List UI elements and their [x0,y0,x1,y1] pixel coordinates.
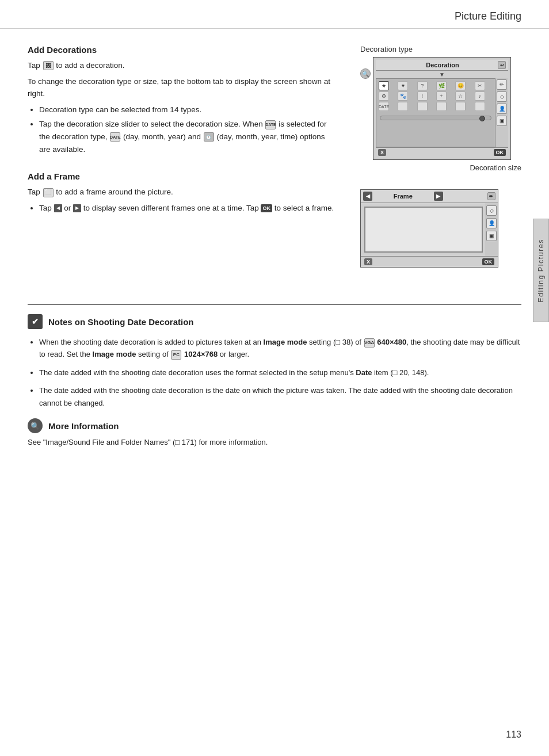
deco-date: DATE [379,102,389,111]
deco-leaf: 🌿 [436,81,447,90]
notes-header: ✔ Notes on Shooting Date Decoration [28,314,521,329]
right-column: Decoration type 🔍 Decoration ↩ [360,45,521,281]
frame-sidebar-icon-3: ▣ [486,231,497,241]
add-decorations-body2: To change the decoration type or size, t… [28,75,337,100]
add-frame-bullets: Tap ◀ or ▶ to display seven different fr… [39,202,337,215]
frame-top-bar: ◀ Frame ▶ ✏ [361,190,498,203]
bullet-2: Tap the decoration size slider to select… [39,118,337,155]
bullet-1: Decoration type can be selected from 14 … [39,104,337,116]
sidebar-icon-3: 👤 [497,104,507,114]
deco-gear: ⚙ [379,91,389,101]
notes-list: When the shooting date decoration is add… [39,336,521,409]
decoration-grid-area: ★ ♥ ? 🌿 😊 ✂ ⚙ 🐾 ! + [376,78,495,147]
frame-x-btn: X [364,258,372,265]
sidebar-icon-1: ✏ [497,79,507,90]
deco-empty [398,102,408,111]
more-info-icon: 🔍 [28,418,43,433]
frame-title: Frame [394,193,413,200]
deco-exclaim: ! [417,91,428,101]
frame-preview [364,207,483,253]
add-frame-body: Tap ⬜ to add a frame around the picture. [28,186,337,198]
page-number: 113 [506,730,521,740]
deco-face: 😊 [455,81,466,90]
decoration-bottom-bar: X OK [376,147,508,157]
decoration-slider [380,116,491,120]
ok-btn: OK [261,204,272,212]
frame-right-arrow: ▶ [434,192,443,201]
pc-icon: PC [171,350,181,360]
deco-empty3 [436,102,447,111]
vga-icon: VGA [364,338,375,348]
frame-bottom-bar: X OK [361,256,498,267]
decoration-size-label: Decoration size [360,163,521,172]
add-frame-section: Add a Frame Tap ⬜ to add a frame around … [28,171,337,214]
decoration-diagram: Decoration type 🔍 Decoration ↩ [360,45,521,172]
date-icon2: DATE [110,132,120,142]
frame-diagram: ◀ Frame ▶ ✏ ◇ 👤 ▣ X [360,189,521,268]
back-icon: ↩ [498,61,506,69]
add-decorations-section: Add Decorations Tap 🖼 to add a decoratio… [28,45,337,155]
notes-item-1: When the shooting date decoration is add… [39,336,521,361]
deco-scissors: ✂ [475,81,485,90]
add-decorations-bullets: Decoration type can be selected from 14 … [39,104,337,155]
add-decorations-body1: Tap 🖼 to add a decoration. [28,59,337,72]
frame-bullet-1: Tap ◀ or ▶ to display seven different fr… [39,202,337,215]
frame-camera-ui: ◀ Frame ▶ ✏ ◇ 👤 ▣ X [360,189,498,268]
frame-sidebar: ◇ 👤 ▣ [485,203,498,256]
add-decorations-heading: Add Decorations [28,45,337,55]
deco-heart: ♥ [398,81,408,90]
main-content: Add Decorations Tap 🖼 to add a decoratio… [0,29,549,281]
frame-icon: ⬜ [43,188,54,197]
deco-plus: + [436,91,447,101]
notes-title: Notes on Shooting Date Decoration [48,317,194,327]
date-icon: DATE [265,120,276,129]
deco-music: ♪ [475,91,485,101]
more-info-body: See "Image/Sound File and Folder Names" … [28,437,521,449]
x-button: X [378,149,386,156]
more-info-title: More Information [48,421,119,431]
deco-star: ★ [379,81,389,90]
frame-left-arrow: ◀ [363,192,372,201]
deco-star2: ☆ [455,91,466,101]
frame-sidebar-icon-1: ◇ [486,205,497,216]
frame-main: ◇ 👤 ▣ [361,203,498,256]
decoration-grid: ★ ♥ ? 🌿 😊 ✂ ⚙ 🐾 ! + [376,79,495,113]
frame-back-icon: ✏ [487,192,495,200]
ok-button: OK [494,149,506,156]
deco-empty4 [455,102,466,111]
notes-item-3: The date added with the shooting date de… [39,384,521,409]
page-header: Picture Editing [0,0,549,29]
page-title: Picture Editing [455,10,521,22]
decoration-sidebar: ✏ ◇ 👤 ▣ [495,78,508,147]
deco-question: ? [417,81,428,90]
date-time-icon: 🕐 [204,132,214,142]
frame-sidebar-icon-2: 👤 [486,218,497,228]
sidebar-icon-4: ▣ [497,116,507,126]
frame-ok-btn: OK [482,258,495,265]
deco-empty5 [475,102,485,111]
left-column: Add Decorations Tap 🖼 to add a decoratio… [28,45,337,281]
deco-empty2 [417,102,428,111]
decoration-camera-ui: Decoration ↩ ▼ ★ ♥ [373,57,511,160]
dropdown-arrow: ▼ [376,71,508,78]
decoration-top-bar: Decoration ↩ [376,60,508,71]
sidebar-icon-2: ◇ [497,91,507,102]
decoration-icon: 🖼 [43,61,54,70]
deco-paw: 🐾 [398,91,408,101]
notes-section: ✔ Notes on Shooting Date Decoration When… [28,304,521,409]
add-frame-heading: Add a Frame [28,171,337,181]
notes-checkmark-icon: ✔ [28,314,43,329]
notes-item-2: The date added with the shooting date de… [39,366,521,379]
left-arrow: ◀ [54,204,62,212]
more-info-header: 🔍 More Information [28,418,521,433]
slider-thumb [479,116,485,121]
zoom-icon: 🔍 [360,68,371,79]
editing-tab-label: Editing Pictures [537,239,545,303]
decoration-inner: ★ ♥ ? 🌿 😊 ✂ ⚙ 🐾 ! + [376,78,508,147]
right-arrow: ▶ [73,204,81,212]
decoration-title: Decoration [387,62,498,68]
more-info-section: 🔍 More Information See "Image/Sound File… [28,418,521,449]
decoration-type-label: Decoration type [360,45,521,54]
editing-pictures-tab: Editing Pictures [533,219,549,322]
